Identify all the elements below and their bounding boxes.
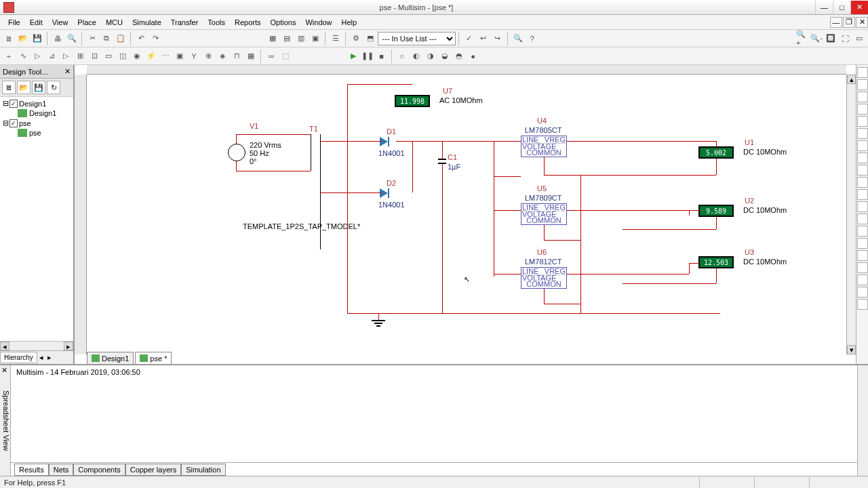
place-hierarchical-icon[interactable]: ⬚ <box>279 49 292 63</box>
refdes-V1[interactable]: V1 <box>250 122 258 130</box>
refdes-D1[interactable]: D1 <box>387 127 396 136</box>
wire[interactable] <box>689 263 700 264</box>
schematic-canvas[interactable]: V1 220 Vrms 50 Hz 0° T1 TEMPLATE_1P2S_TA… <box>87 75 846 354</box>
diode-D2[interactable] <box>380 188 396 198</box>
refdes-D2[interactable]: D2 <box>387 179 396 187</box>
refdes-T1[interactable]: T1 <box>309 125 318 133</box>
menu-file[interactable]: File <box>3 16 25 28</box>
tree-child[interactable]: Design1 <box>1 108 72 118</box>
database-icon[interactable]: ☰ <box>329 32 342 45</box>
spreadsheet-scrollbar[interactable] <box>857 365 868 476</box>
four-channel-scope-icon[interactable] <box>857 116 868 127</box>
electrical-rules-icon[interactable]: ✓ <box>462 32 476 45</box>
diode-D1[interactable] <box>380 137 396 146</box>
ground-symbol[interactable] <box>372 320 385 321</box>
tab-pse[interactable]: pse * <box>135 352 172 364</box>
tab-simulation[interactable]: Simulation <box>181 464 225 476</box>
mdi-restore-button[interactable]: ❐ <box>843 17 855 28</box>
tree-hscroll[interactable]: ◂ ▸ <box>0 341 73 350</box>
undo-icon[interactable]: ↶ <box>134 32 148 45</box>
place-transistor-icon[interactable]: ⊿ <box>45 49 58 63</box>
run-button[interactable]: ▶ <box>347 49 360 63</box>
menu-window[interactable]: Window <box>300 16 336 28</box>
menu-help[interactable]: Help <box>337 16 362 28</box>
wire[interactable] <box>378 313 379 320</box>
transformer-secondary[interactable] <box>320 134 321 249</box>
wire[interactable] <box>442 164 443 313</box>
menu-transfer[interactable]: Transfer <box>166 16 203 28</box>
wire[interactable] <box>396 141 521 142</box>
tree-collapse-icon[interactable]: ⊟ <box>1 119 9 127</box>
copy-icon[interactable]: ⧉ <box>100 32 113 45</box>
stop-button[interactable]: ■ <box>375 49 389 63</box>
menu-edit[interactable]: Edit <box>25 16 47 28</box>
refdes-U7[interactable]: U7 <box>443 87 452 95</box>
open-icon[interactable]: 📂 <box>16 32 30 45</box>
save-icon[interactable]: 💾 <box>31 32 44 45</box>
wire[interactable] <box>347 84 348 141</box>
tree-checkbox[interactable]: ✓ <box>9 119 18 127</box>
wire[interactable] <box>623 283 716 284</box>
wire[interactable] <box>689 210 700 211</box>
regulator-U5[interactable]: LINEVREG VOLTAGE COMMON <box>521 203 567 225</box>
toggle-icon[interactable]: ▣ <box>309 32 322 45</box>
menu-tools[interactable]: Tools <box>203 16 230 28</box>
maximize-button[interactable]: □ <box>833 1 850 14</box>
network-analyzer-icon[interactable] <box>857 226 868 237</box>
labview-instrument-icon[interactable] <box>857 287 868 298</box>
wire[interactable] <box>494 210 521 211</box>
tab-results[interactable]: Results <box>14 464 49 476</box>
ac-source-symbol[interactable] <box>228 144 245 161</box>
tab-nets[interactable]: Nets <box>49 464 74 476</box>
new-icon[interactable]: 🗎 <box>2 32 16 45</box>
tab-design1[interactable]: Design1 <box>87 352 134 364</box>
wire[interactable] <box>236 171 311 171</box>
dt-open-icon[interactable]: 📂 <box>17 81 31 94</box>
menu-view[interactable]: View <box>47 16 73 28</box>
word-generator-icon[interactable] <box>857 152 868 163</box>
refdes-U3[interactable]: U3 <box>745 248 754 256</box>
agilent-scope-icon[interactable] <box>857 262 868 273</box>
wire[interactable] <box>716 268 717 283</box>
wire[interactable] <box>689 210 690 216</box>
dt-new-icon[interactable]: 🗎 <box>2 81 16 94</box>
wire[interactable] <box>716 217 717 229</box>
pause-button[interactable]: ❚❚ <box>361 49 374 63</box>
place-cmos-icon[interactable]: ⊡ <box>87 49 101 63</box>
tab-components[interactable]: Components <box>73 464 125 476</box>
forward-annotate-icon[interactable]: ↪ <box>491 32 505 45</box>
wire[interactable] <box>494 176 521 177</box>
print-icon[interactable]: 🖶 <box>51 32 64 45</box>
component-filter-select[interactable]: --- In Use List --- <box>378 32 456 45</box>
wire[interactable] <box>689 263 690 274</box>
mdi-minimize-button[interactable]: — <box>830 17 842 28</box>
wire[interactable] <box>580 175 716 176</box>
menu-options[interactable]: Options <box>266 16 301 28</box>
refdes-C1[interactable]: C1 <box>448 153 457 161</box>
wire[interactable] <box>236 134 237 144</box>
wire[interactable] <box>442 141 443 159</box>
distortion-analyzer-icon[interactable] <box>857 201 868 212</box>
tab-scroll-left-icon[interactable]: ◂ <box>37 353 45 362</box>
redo-icon[interactable]: ↷ <box>149 32 162 45</box>
meter-U2[interactable]: 9.589 <box>698 205 734 217</box>
find-icon[interactable]: 🔍 <box>511 32 525 45</box>
wire[interactable] <box>236 161 237 171</box>
sim-icon[interactable]: ○ <box>395 49 409 63</box>
wire[interactable] <box>544 289 545 304</box>
minimize-button[interactable]: — <box>815 1 833 14</box>
tab-copper-layers[interactable]: Copper layers <box>125 464 181 476</box>
dt-save-icon[interactable]: 💾 <box>32 81 45 94</box>
refdes-U1[interactable]: U1 <box>745 138 754 146</box>
zoom-fit-icon[interactable]: ⛶ <box>838 32 852 45</box>
close-button[interactable]: ✕ <box>850 1 868 14</box>
oscilloscope-icon[interactable] <box>857 104 868 115</box>
canvas-vscroll[interactable]: ▴ ▾ <box>846 75 856 354</box>
component-icon[interactable]: ⚙ <box>349 32 363 45</box>
wire[interactable] <box>412 141 413 192</box>
meter-U7[interactable]: 11.998 <box>395 95 430 107</box>
frequency-counter-icon[interactable] <box>857 140 868 151</box>
place-misc-icon[interactable]: ⋯ <box>159 49 172 63</box>
place-mixed-icon[interactable]: ◫ <box>116 49 130 63</box>
iv-analyzer-icon[interactable] <box>857 189 868 200</box>
